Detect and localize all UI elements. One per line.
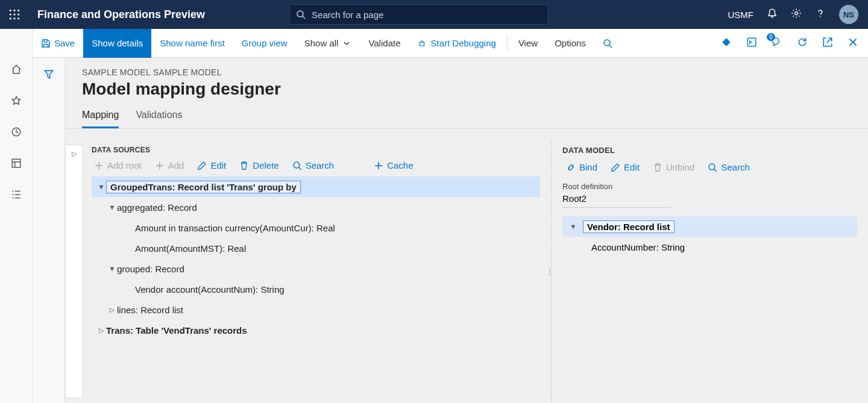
ds-add-root-button: Add root	[94, 160, 142, 170]
show-name-first-button[interactable]: Show name first	[151, 29, 233, 58]
dm-node-vendor[interactable]: ▼ Vendor: Record list	[562, 216, 857, 237]
svg-point-5	[17, 13, 19, 15]
tree-node-accountnum[interactable]: Vendor account(AccountNum): String	[92, 279, 540, 299]
start-debugging-button[interactable]: Start Debugging	[409, 29, 504, 58]
svg-line-37	[299, 167, 301, 170]
refresh-icon[interactable]	[797, 37, 808, 50]
ds-edit-button[interactable]: Edit	[197, 160, 226, 170]
svg-point-1	[13, 10, 15, 11]
help-icon[interactable]	[815, 8, 826, 21]
svg-point-7	[13, 17, 15, 19]
options-menu[interactable]: Options	[546, 29, 594, 58]
svg-point-9	[297, 11, 303, 17]
svg-point-16	[420, 42, 424, 46]
favorites-icon[interactable]	[11, 95, 22, 108]
tree-node-grouped[interactable]: ▼ grouped: Record	[92, 258, 540, 279]
dm-edit-button[interactable]: Edit	[611, 162, 640, 172]
data-model-heading: DATA MODEL	[562, 146, 857, 155]
avatar[interactable]: NS	[839, 5, 858, 24]
view-menu[interactable]: View	[510, 29, 546, 58]
ds-search-button[interactable]: Search	[292, 160, 335, 170]
show-all-dropdown[interactable]: Show all	[296, 29, 360, 58]
dm-bind-button[interactable]: Bind	[566, 162, 597, 172]
svg-point-4	[13, 13, 15, 15]
svg-point-0	[10, 10, 11, 11]
tree-node-amountcur[interactable]: Amount in transaction currency(AmountCur…	[92, 217, 540, 238]
chevron-down-icon[interactable]: ▼	[107, 265, 117, 272]
legal-entity[interactable]: USMF	[728, 10, 754, 20]
svg-point-17	[604, 40, 610, 46]
home-icon[interactable]	[11, 64, 22, 77]
attachments-icon[interactable]	[721, 37, 732, 50]
tree-node-trans[interactable]: ▷ Trans: Table 'VendTrans' records	[92, 320, 540, 340]
product-title: Finance and Operations Preview	[29, 8, 205, 21]
page-title: Model mapping designer	[82, 80, 851, 99]
modules-icon[interactable]	[11, 189, 22, 202]
recent-icon[interactable]	[11, 127, 22, 140]
chevron-right-icon[interactable]: ▷	[96, 326, 106, 334]
svg-line-18	[609, 45, 612, 48]
save-button[interactable]: Save	[33, 29, 83, 58]
chevron-right-icon[interactable]: ▷	[107, 306, 117, 314]
svg-point-3	[10, 13, 11, 15]
svg-point-36	[294, 162, 300, 168]
ds-cache-button[interactable]: Cache	[374, 160, 413, 170]
tab-mapping[interactable]: Mapping	[82, 110, 119, 128]
collapse-handle[interactable]: ▷	[65, 145, 83, 398]
svg-line-41	[714, 169, 717, 172]
chevron-down-icon[interactable]: ▼	[96, 183, 106, 190]
root-definition-label: Root definition	[562, 182, 857, 191]
svg-point-12	[820, 16, 821, 17]
tab-validations[interactable]: Validations	[136, 110, 182, 128]
messages-icon[interactable]: 0	[772, 37, 782, 50]
tree-node-groupedtrans[interactable]: ▼ GroupedTrans: Record list 'Trans' grou…	[92, 177, 540, 197]
ds-add-button: Add	[155, 160, 184, 170]
dm-unbind-button: Unbind	[653, 162, 695, 172]
office-icon[interactable]	[746, 37, 757, 50]
svg-point-6	[10, 17, 11, 19]
workspaces-icon[interactable]	[11, 158, 22, 171]
data-sources-heading: DATA SOURCES	[92, 146, 540, 154]
ds-delete-button[interactable]: Delete	[239, 160, 278, 170]
close-icon[interactable]	[848, 37, 858, 50]
search-placeholder: Search for a page	[312, 10, 383, 20]
validate-button[interactable]: Validate	[360, 29, 409, 58]
chevron-down-icon[interactable]: ▼	[107, 204, 117, 211]
filter-icon[interactable]	[43, 69, 54, 403]
svg-line-10	[303, 16, 305, 19]
notifications-icon[interactable]	[767, 8, 778, 21]
svg-point-11	[795, 12, 798, 15]
breadcrumb: SAMPLE MODEL SAMPLE MODEL	[82, 67, 851, 77]
gear-icon[interactable]	[791, 8, 802, 21]
root-definition-value[interactable]: Root2	[562, 191, 671, 208]
global-search[interactable]: Search for a page	[289, 4, 549, 25]
svg-point-8	[17, 17, 19, 19]
find-button[interactable]	[594, 29, 621, 58]
svg-point-2	[17, 10, 19, 11]
dm-node-accountnumber[interactable]: AccountNumber: String	[562, 237, 857, 257]
dm-search-button[interactable]: Search	[708, 162, 750, 172]
show-details-button[interactable]: Show details	[83, 29, 151, 58]
tree-node-lines[interactable]: ▷ lines: Record list	[92, 299, 540, 320]
tree-node-amountmst[interactable]: Amount(AmountMST): Real	[92, 238, 540, 258]
group-view-button[interactable]: Group view	[233, 29, 296, 58]
app-launcher-icon[interactable]	[0, 9, 29, 20]
chevron-down-icon[interactable]: ▼	[568, 223, 578, 230]
popout-icon[interactable]	[822, 37, 833, 50]
svg-point-40	[709, 164, 715, 170]
tree-node-aggregated[interactable]: ▼ aggregated: Record	[92, 197, 540, 217]
svg-rect-23	[12, 159, 20, 167]
